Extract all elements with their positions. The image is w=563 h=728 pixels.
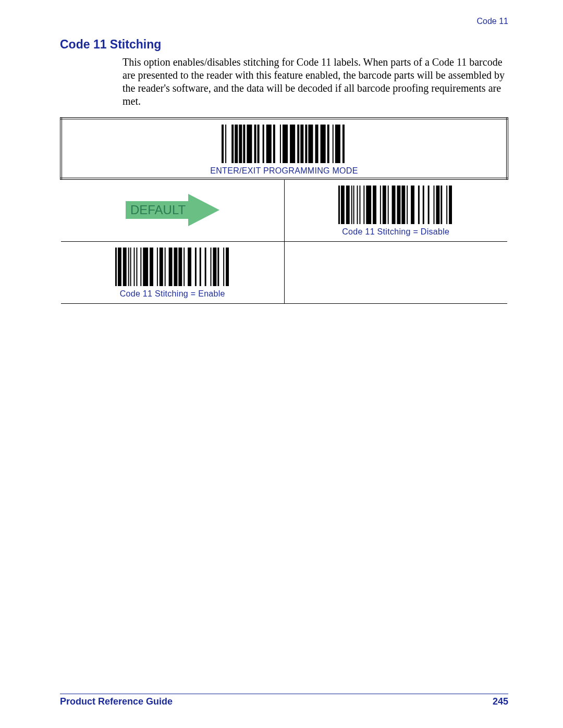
svg-rect-68 — [183, 248, 185, 286]
svg-rect-61 — [150, 248, 153, 286]
enter-exit-cell: ENTER/EXIT PROGRAMMING MODE — [61, 118, 507, 179]
svg-rect-22 — [333, 125, 334, 163]
svg-rect-50 — [446, 186, 447, 224]
svg-rect-36 — [380, 186, 381, 224]
svg-rect-53 — [118, 248, 121, 286]
svg-rect-59 — [140, 248, 141, 286]
section-body: This option enables/disables stitching f… — [123, 56, 508, 108]
svg-rect-21 — [327, 125, 329, 163]
svg-rect-77 — [226, 248, 229, 286]
svg-rect-46 — [428, 186, 430, 224]
svg-rect-39 — [392, 186, 396, 224]
svg-rect-35 — [373, 186, 376, 224]
svg-rect-6 — [247, 125, 252, 163]
svg-rect-37 — [383, 186, 386, 224]
svg-rect-17 — [305, 125, 307, 163]
svg-rect-52 — [115, 248, 117, 286]
svg-rect-48 — [436, 186, 440, 224]
svg-rect-20 — [321, 125, 326, 163]
svg-rect-18 — [308, 125, 313, 163]
svg-rect-60 — [143, 248, 148, 286]
svg-rect-65 — [168, 248, 172, 286]
svg-rect-70 — [195, 248, 197, 286]
svg-rect-14 — [290, 125, 295, 163]
footer-guide: Product Reference Guide — [60, 696, 173, 707]
svg-rect-19 — [315, 125, 318, 163]
svg-rect-54 — [123, 248, 127, 286]
default-cell: DEFAULT — [61, 179, 284, 242]
svg-rect-27 — [341, 186, 345, 224]
svg-rect-42 — [407, 186, 408, 224]
svg-rect-62 — [157, 248, 158, 286]
svg-rect-31 — [357, 186, 358, 224]
svg-rect-74 — [213, 248, 216, 286]
enable-cell: Code 11 Stitching = Enable — [61, 242, 284, 304]
section-heading: Code 11 Stitching — [60, 38, 508, 52]
disable-barcode: Code 11 Stitching = Disable — [338, 186, 453, 237]
disable-cell: Code 11 Stitching = Disable — [284, 179, 507, 242]
svg-rect-4 — [239, 125, 242, 163]
enter-exit-caption: ENTER/EXIT PROGRAMMING MODE — [210, 166, 358, 176]
svg-rect-5 — [243, 125, 245, 163]
page-footer: Product Reference Guide 245 — [60, 694, 508, 707]
svg-rect-40 — [397, 186, 401, 224]
svg-rect-30 — [353, 186, 354, 224]
svg-rect-1 — [225, 125, 226, 163]
svg-rect-71 — [200, 248, 201, 286]
svg-rect-49 — [441, 186, 443, 224]
default-arrow-icon: DEFAULT — [120, 192, 225, 228]
svg-rect-28 — [346, 186, 350, 224]
svg-rect-51 — [449, 186, 452, 224]
svg-rect-57 — [133, 248, 134, 286]
svg-rect-75 — [217, 248, 219, 286]
enable-caption: Code 11 Stitching = Enable — [115, 289, 230, 299]
svg-rect-73 — [210, 248, 211, 286]
svg-rect-45 — [423, 186, 424, 224]
svg-rect-72 — [204, 248, 206, 286]
empty-cell — [284, 242, 507, 304]
svg-rect-66 — [174, 248, 177, 286]
svg-rect-67 — [178, 248, 182, 286]
programming-table: ENTER/EXIT PROGRAMMING MODE DEFAULT Code… — [60, 117, 508, 304]
svg-rect-44 — [418, 186, 420, 224]
svg-rect-64 — [164, 248, 165, 286]
svg-rect-63 — [160, 248, 163, 286]
svg-rect-10 — [266, 125, 272, 163]
svg-rect-55 — [128, 248, 129, 286]
svg-rect-69 — [188, 248, 191, 286]
enable-barcode: Code 11 Stitching = Enable — [115, 248, 230, 299]
svg-rect-23 — [335, 125, 340, 163]
footer-page-number: 245 — [493, 696, 508, 707]
svg-rect-9 — [263, 125, 264, 163]
svg-rect-26 — [338, 186, 340, 224]
svg-rect-56 — [130, 248, 131, 286]
svg-rect-7 — [254, 125, 256, 163]
svg-rect-47 — [434, 186, 435, 224]
barcode-icon — [115, 248, 230, 286]
svg-rect-16 — [300, 125, 303, 163]
svg-rect-34 — [366, 186, 372, 224]
page-header-section: Code 11 — [60, 17, 508, 26]
svg-rect-38 — [388, 186, 389, 224]
svg-rect-2 — [231, 125, 234, 163]
default-label: DEFAULT — [130, 203, 186, 217]
svg-rect-29 — [351, 186, 352, 224]
barcode-icon — [338, 186, 453, 224]
enter-exit-barcode: ENTER/EXIT PROGRAMMING MODE — [210, 125, 358, 176]
svg-rect-41 — [402, 186, 406, 224]
barcode-icon — [222, 125, 347, 163]
svg-rect-13 — [283, 125, 288, 163]
disable-caption: Code 11 Stitching = Disable — [338, 227, 453, 237]
svg-rect-43 — [411, 186, 414, 224]
svg-rect-15 — [297, 125, 299, 163]
svg-rect-8 — [258, 125, 260, 163]
svg-rect-33 — [364, 186, 365, 224]
svg-rect-32 — [360, 186, 361, 224]
svg-rect-11 — [273, 125, 275, 163]
svg-rect-0 — [222, 125, 224, 163]
svg-rect-3 — [235, 125, 238, 163]
svg-rect-24 — [342, 125, 345, 163]
svg-rect-12 — [280, 125, 281, 163]
svg-rect-76 — [223, 248, 224, 286]
svg-rect-58 — [136, 248, 137, 286]
